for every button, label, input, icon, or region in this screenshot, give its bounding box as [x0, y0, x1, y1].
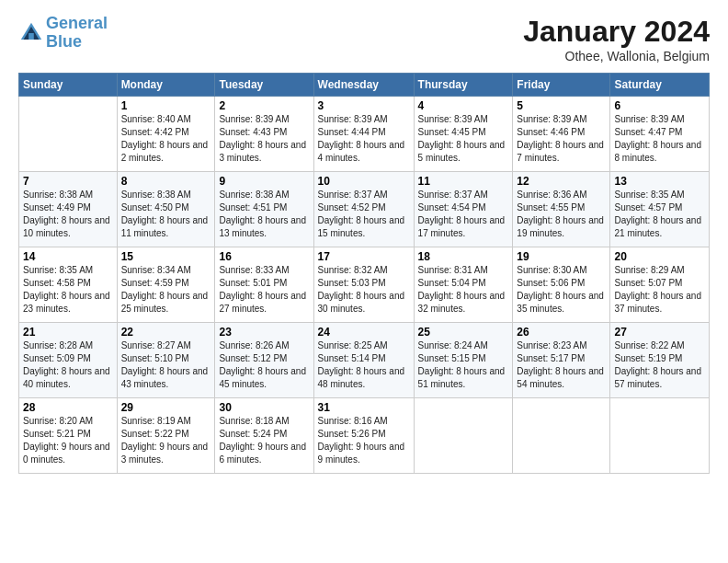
- day-number: 23: [219, 326, 309, 339]
- daylight-text: Daylight: 8 hours and 19 minutes.: [517, 214, 606, 240]
- daylight-text: Daylight: 8 hours and 48 minutes.: [318, 365, 410, 391]
- page: General Blue January 2024 Othee, Walloni…: [0, 0, 728, 483]
- sunset-text: Sunset: 4:44 PM: [318, 126, 410, 139]
- day-cell: [414, 398, 513, 474]
- day-cell: 24Sunrise: 8:25 AMSunset: 5:14 PMDayligh…: [313, 323, 414, 398]
- daylight-text: Daylight: 8 hours and 15 minutes.: [318, 214, 410, 240]
- day-number: 16: [219, 250, 309, 263]
- day-info: Sunrise: 8:18 AMSunset: 5:24 PMDaylight:…: [219, 415, 309, 466]
- day-cell: 25Sunrise: 8:24 AMSunset: 5:15 PMDayligh…: [414, 323, 513, 398]
- day-number: 28: [23, 401, 113, 414]
- daylight-text: Daylight: 9 hours and 0 minutes.: [23, 441, 113, 466]
- day-number: 21: [23, 326, 113, 339]
- daylight-text: Daylight: 8 hours and 32 minutes.: [418, 290, 509, 316]
- day-number: 14: [23, 250, 113, 263]
- day-cell: 28Sunrise: 8:20 AMSunset: 5:21 PMDayligh…: [19, 398, 118, 474]
- sunrise-text: Sunrise: 8:18 AM: [219, 415, 309, 428]
- day-number: 19: [517, 250, 606, 263]
- sunset-text: Sunset: 4:49 PM: [23, 201, 113, 214]
- week-row-2: 7Sunrise: 8:38 AMSunset: 4:49 PMDaylight…: [19, 172, 710, 247]
- header: General Blue January 2024 Othee, Walloni…: [18, 15, 710, 63]
- daylight-text: Daylight: 8 hours and 43 minutes.: [121, 365, 211, 391]
- daylight-text: Daylight: 8 hours and 40 minutes.: [23, 365, 113, 391]
- daylight-text: Daylight: 8 hours and 25 minutes.: [121, 290, 211, 316]
- day-number: 5: [517, 99, 606, 112]
- daylight-text: Daylight: 8 hours and 45 minutes.: [219, 365, 309, 391]
- sunset-text: Sunset: 5:22 PM: [121, 428, 211, 441]
- weekday-header-row: SundayMondayTuesdayWednesdayThursdayFrid…: [19, 74, 710, 97]
- sunrise-text: Sunrise: 8:39 AM: [219, 113, 309, 126]
- day-cell: [19, 97, 118, 172]
- daylight-text: Daylight: 8 hours and 30 minutes.: [318, 290, 410, 316]
- week-row-5: 28Sunrise: 8:20 AMSunset: 5:21 PMDayligh…: [19, 398, 710, 474]
- day-cell: 7Sunrise: 8:38 AMSunset: 4:49 PMDaylight…: [19, 172, 118, 247]
- sunrise-text: Sunrise: 8:36 AM: [517, 189, 606, 201]
- day-number: 13: [614, 175, 705, 188]
- sunrise-text: Sunrise: 8:25 AM: [318, 339, 410, 352]
- weekday-wednesday: Wednesday: [313, 74, 414, 97]
- weekday-thursday: Thursday: [414, 74, 513, 97]
- daylight-text: Daylight: 8 hours and 5 minutes.: [418, 139, 509, 165]
- day-number: 7: [23, 175, 113, 188]
- daylight-text: Daylight: 9 hours and 3 minutes.: [121, 441, 211, 466]
- day-info: Sunrise: 8:26 AMSunset: 5:12 PMDaylight:…: [219, 339, 309, 391]
- daylight-text: Daylight: 8 hours and 8 minutes.: [614, 139, 705, 165]
- day-number: 29: [121, 401, 211, 414]
- daylight-text: Daylight: 8 hours and 54 minutes.: [517, 365, 606, 391]
- day-number: 22: [121, 326, 211, 339]
- day-number: 31: [318, 401, 410, 414]
- day-cell: 5Sunrise: 8:39 AMSunset: 4:46 PMDaylight…: [513, 97, 610, 172]
- sunrise-text: Sunrise: 8:28 AM: [23, 339, 113, 352]
- day-number: 15: [121, 250, 211, 263]
- sunset-text: Sunset: 5:03 PM: [318, 277, 410, 290]
- day-cell: 23Sunrise: 8:26 AMSunset: 5:12 PMDayligh…: [215, 323, 313, 398]
- sunrise-text: Sunrise: 8:26 AM: [219, 339, 309, 352]
- day-info: Sunrise: 8:29 AMSunset: 5:07 PMDaylight:…: [614, 264, 705, 316]
- sunrise-text: Sunrise: 8:39 AM: [517, 113, 606, 126]
- day-info: Sunrise: 8:20 AMSunset: 5:21 PMDaylight:…: [23, 415, 113, 466]
- sunrise-text: Sunrise: 8:22 AM: [614, 339, 705, 352]
- sunset-text: Sunset: 4:47 PM: [614, 126, 705, 139]
- day-number: 2: [219, 99, 309, 112]
- day-cell: 22Sunrise: 8:27 AMSunset: 5:10 PMDayligh…: [117, 323, 215, 398]
- day-info: Sunrise: 8:39 AMSunset: 4:45 PMDaylight:…: [418, 113, 509, 165]
- daylight-text: Daylight: 8 hours and 27 minutes.: [219, 290, 309, 316]
- sunrise-text: Sunrise: 8:19 AM: [121, 415, 211, 428]
- day-number: 30: [219, 401, 309, 414]
- sunset-text: Sunset: 4:45 PM: [418, 126, 509, 139]
- svg-rect-2: [28, 33, 34, 40]
- day-number: 10: [318, 175, 410, 188]
- sunrise-text: Sunrise: 8:38 AM: [23, 189, 113, 201]
- day-number: 26: [517, 326, 606, 339]
- daylight-text: Daylight: 8 hours and 4 minutes.: [318, 139, 410, 165]
- day-number: 8: [121, 175, 211, 188]
- sunrise-text: Sunrise: 8:27 AM: [121, 339, 211, 352]
- day-cell: 26Sunrise: 8:23 AMSunset: 5:17 PMDayligh…: [513, 323, 610, 398]
- day-cell: 10Sunrise: 8:37 AMSunset: 4:52 PMDayligh…: [313, 172, 414, 247]
- sunrise-text: Sunrise: 8:37 AM: [418, 189, 509, 201]
- sunrise-text: Sunrise: 8:37 AM: [318, 189, 410, 201]
- day-info: Sunrise: 8:25 AMSunset: 5:14 PMDaylight:…: [318, 339, 410, 391]
- day-info: Sunrise: 8:39 AMSunset: 4:44 PMDaylight:…: [318, 113, 410, 165]
- sunrise-text: Sunrise: 8:23 AM: [517, 339, 606, 352]
- day-number: 4: [418, 99, 509, 112]
- day-info: Sunrise: 8:31 AMSunset: 5:04 PMDaylight:…: [418, 264, 509, 316]
- title-block: January 2024 Othee, Wallonia, Belgium: [523, 15, 710, 63]
- day-info: Sunrise: 8:38 AMSunset: 4:51 PMDaylight:…: [219, 189, 309, 240]
- sunset-text: Sunset: 4:50 PM: [121, 201, 211, 214]
- day-cell: 27Sunrise: 8:22 AMSunset: 5:19 PMDayligh…: [610, 323, 710, 398]
- sunset-text: Sunset: 4:43 PM: [219, 126, 309, 139]
- logo-text: General Blue: [46, 15, 108, 52]
- daylight-text: Daylight: 8 hours and 11 minutes.: [121, 214, 211, 240]
- sunrise-text: Sunrise: 8:24 AM: [418, 339, 509, 352]
- sunset-text: Sunset: 4:51 PM: [219, 201, 309, 214]
- sunset-text: Sunset: 5:17 PM: [517, 352, 606, 365]
- day-info: Sunrise: 8:36 AMSunset: 4:55 PMDaylight:…: [517, 189, 606, 240]
- daylight-text: Daylight: 8 hours and 2 minutes.: [121, 139, 211, 165]
- day-info: Sunrise: 8:37 AMSunset: 4:54 PMDaylight:…: [418, 189, 509, 240]
- sunset-text: Sunset: 5:01 PM: [219, 277, 309, 290]
- week-row-1: 1Sunrise: 8:40 AMSunset: 4:42 PMDaylight…: [19, 97, 710, 172]
- sunrise-text: Sunrise: 8:38 AM: [121, 189, 211, 201]
- day-info: Sunrise: 8:28 AMSunset: 5:09 PMDaylight:…: [23, 339, 113, 391]
- sunset-text: Sunset: 4:42 PM: [121, 126, 211, 139]
